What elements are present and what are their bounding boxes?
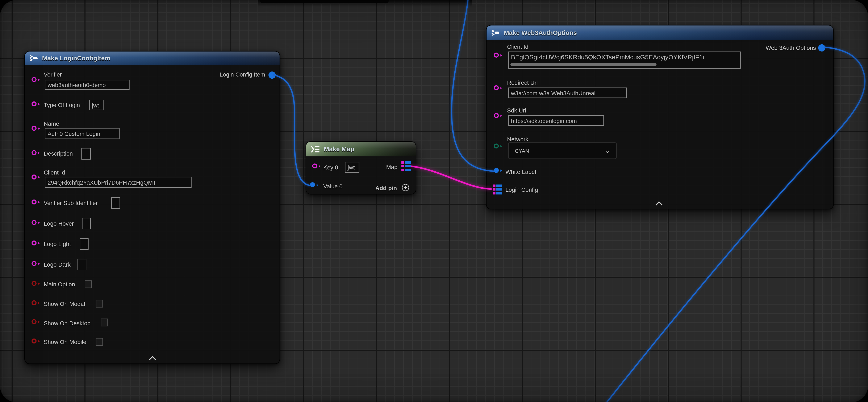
wire-login-config-item-to-value0[interactable] [273, 75, 310, 185]
wire-web3auth-options-output[interactable] [605, 47, 865, 402]
wire-map-to-login-config[interactable] [411, 166, 492, 189]
wire-top-to-white-label[interactable] [452, 0, 494, 171]
graph-canvas[interactable]: Make LoginConfigItem Verifier web3auth-a… [0, 0, 868, 402]
blueprint-editor: Make LoginConfigItem Verifier web3auth-a… [0, 0, 868, 402]
